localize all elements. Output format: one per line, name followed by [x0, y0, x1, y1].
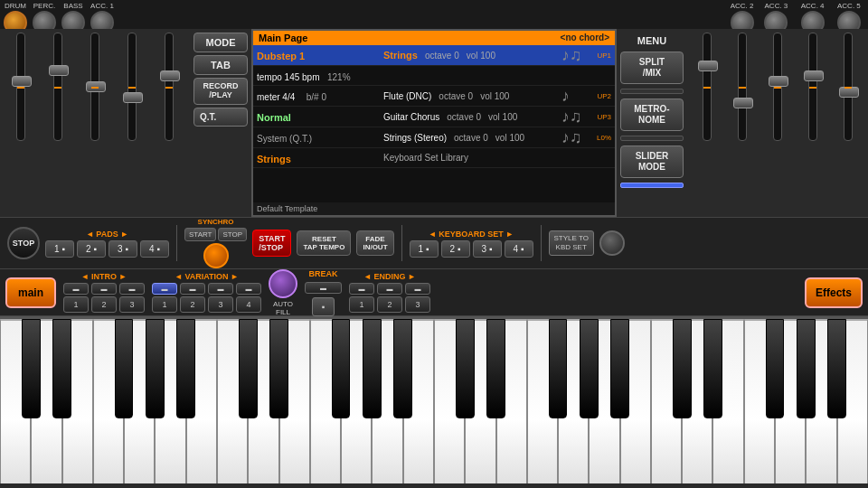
synchro-start-btn[interactable]: START — [184, 228, 216, 241]
black-key-oct3-pos1[interactable] — [703, 319, 722, 418]
split-mix-button[interactable]: SPLIT/MIX — [620, 52, 684, 84]
black-key-oct0-pos5[interactable] — [176, 319, 195, 418]
ending-top-btn-2[interactable]: ▬ — [377, 283, 402, 295]
rslider-track-5[interactable] — [844, 33, 853, 141]
menu-slider-1[interactable] — [620, 89, 684, 94]
break-button[interactable]: ▪ — [312, 297, 335, 316]
mode-button[interactable]: MODE — [193, 33, 248, 52]
screen-row-1[interactable]: Dubstep 1 Strings octave 0 vol 100 ♪♫ UP… — [253, 45, 615, 66]
slider-mode-button[interactable]: SLIDERMODE — [620, 145, 684, 178]
pads-btn-3[interactable]: 3 ▪ — [108, 240, 137, 258]
kbdset-btn-2[interactable]: 2 ▪ — [441, 240, 470, 258]
ending-top-btns: ▬ ▬ ▬ — [349, 283, 430, 295]
fade-button[interactable]: FADEIN/OUT — [356, 230, 393, 256]
variation-top-btn-4[interactable]: ▬ — [236, 283, 261, 295]
pads-btn-4[interactable]: 4 ▪ — [140, 240, 169, 258]
ending-num-btn-2[interactable]: 2 — [377, 296, 402, 313]
screen-row-meter[interactable]: meter 4/4 b/# 0 Flute (DNC) octave 0 vol… — [253, 86, 615, 107]
black-key-oct0-pos4[interactable] — [146, 319, 165, 418]
screen-row-normal[interactable]: Normal Guitar Chorus octave 0 vol 100 ♪♫… — [253, 107, 615, 127]
black-key-oct0-pos0[interactable] — [22, 319, 41, 418]
slider-handle-2[interactable] — [49, 65, 69, 76]
variation-num-btn-3[interactable]: 3 — [208, 296, 233, 313]
slider-line-3 — [91, 87, 99, 89]
black-key-oct2-pos1[interactable] — [486, 319, 505, 418]
black-key-oct3-pos3[interactable] — [766, 319, 785, 418]
rslider-handle-3[interactable] — [769, 76, 788, 87]
black-key-oct3-pos0[interactable] — [673, 319, 692, 418]
synchro-round-btn[interactable] — [203, 243, 229, 268]
intro-num-btn-2[interactable]: 2 — [91, 296, 117, 313]
rslider-track-3[interactable] — [773, 33, 782, 141]
auto-fill-button[interactable] — [269, 269, 297, 298]
variation-top-btn-3[interactable]: ▬ — [208, 283, 233, 295]
rslider-track-2[interactable] — [738, 33, 747, 141]
variation-top-btn-1[interactable]: ▬ — [152, 283, 177, 295]
screen-row-strings[interactable]: Strings Keyboard Set Library — [253, 148, 615, 168]
kbdset-round-btn[interactable] — [599, 230, 625, 256]
black-key-oct2-pos0[interactable] — [456, 319, 475, 418]
kbdset-btn-3[interactable]: 3 ▪ — [473, 240, 502, 258]
slider-track-3[interactable] — [90, 33, 99, 141]
rslider-handle-4[interactable] — [804, 70, 824, 81]
black-key-oct1-pos4[interactable] — [363, 319, 382, 418]
break-top-btn[interactable]: ▬ — [305, 282, 342, 294]
variation-top-btn-2[interactable]: ▬ — [180, 283, 205, 295]
black-key-oct1-pos1[interactable] — [269, 319, 288, 418]
black-key-oct3-pos5[interactable] — [827, 319, 846, 418]
black-key-oct1-pos5[interactable] — [393, 319, 412, 418]
variation-num-btn-2[interactable]: 2 — [180, 296, 205, 313]
intro-num-btn-1[interactable]: 1 — [63, 296, 89, 313]
intro-btn-top-3[interactable]: ▬ — [119, 283, 145, 295]
black-key-oct2-pos5[interactable] — [610, 319, 629, 418]
record-play-button[interactable]: RECORD/PLAY — [193, 78, 248, 105]
qt-button[interactable]: Q.T. — [193, 108, 248, 127]
intro-btn-top-2[interactable]: ▬ — [91, 283, 117, 295]
menu-slider-3[interactable] — [620, 183, 684, 188]
slider-track-4[interactable] — [127, 33, 137, 141]
intro-num-btn-3[interactable]: 3 — [119, 296, 145, 313]
screen-row-system[interactable]: System (Q.T.) Strings (Stereo) octave 0 … — [253, 127, 615, 148]
slider-handle-1[interactable] — [12, 76, 32, 87]
slider-handle-5[interactable] — [160, 70, 180, 81]
black-key-oct1-pos3[interactable] — [332, 319, 351, 418]
start-stop-button[interactable]: START/STOP — [252, 230, 291, 257]
reset-button[interactable]: RESETTAP TEMPO — [297, 230, 351, 256]
slider-track-1[interactable] — [16, 33, 25, 141]
menu-slider-2[interactable] — [620, 136, 684, 141]
ending-top-btn-3[interactable]: ▬ — [405, 283, 430, 295]
black-key-oct0-pos1[interactable] — [52, 319, 71, 418]
variation-num-btn-1[interactable]: 1 — [152, 296, 177, 313]
pads-btn-2[interactable]: 2 ▪ — [77, 240, 106, 258]
ending-top-btn-1[interactable]: ▬ — [349, 283, 374, 295]
rslider-handle-1[interactable] — [698, 61, 718, 71]
black-key-oct1-pos0[interactable] — [239, 319, 258, 418]
tab-button[interactable]: TAB — [193, 55, 248, 75]
slider-track-2[interactable] — [53, 33, 62, 141]
stop-button[interactable]: STOP — [7, 227, 40, 259]
row-meter-extra: b/# 0 — [307, 92, 326, 102]
effects-button[interactable]: Effects — [805, 277, 863, 308]
row-system-octave: octave 0 — [454, 133, 488, 143]
rslider-track-4[interactable] — [808, 33, 817, 141]
rslider-track-1[interactable] — [703, 33, 712, 141]
screen-row-tempo[interactable]: tempo 145 bpm 121% — [253, 66, 615, 86]
rslider-handle-2[interactable] — [733, 98, 753, 108]
black-key-oct0-pos3[interactable] — [115, 319, 134, 418]
pads-btn-1[interactable]: 1 ▪ — [45, 240, 74, 258]
black-key-oct2-pos3[interactable] — [549, 319, 568, 418]
ending-num-btn-3[interactable]: 3 — [405, 296, 430, 313]
intro-btn-top-1[interactable]: ▬ — [63, 283, 89, 295]
black-key-oct3-pos4[interactable] — [797, 319, 816, 418]
synchro-stop-btn[interactable]: STOP — [218, 228, 247, 241]
kbdset-btn-4[interactable]: 4 ▪ — [505, 240, 533, 258]
kbdset-btn-1[interactable]: 1 ▪ — [410, 240, 439, 258]
metronome-button[interactable]: METRO-NOME — [620, 99, 684, 131]
style-to-kbd-button[interactable]: STYLE TOKBD SET — [549, 230, 594, 257]
ending-num-btn-1[interactable]: 1 — [349, 296, 374, 313]
main-button[interactable]: main — [5, 277, 56, 308]
black-key-oct2-pos4[interactable] — [580, 319, 599, 418]
slider-track-5[interactable] — [165, 33, 174, 141]
variation-num-btn-4[interactable]: 4 — [236, 296, 261, 313]
slider-handle-4[interactable] — [123, 92, 143, 103]
